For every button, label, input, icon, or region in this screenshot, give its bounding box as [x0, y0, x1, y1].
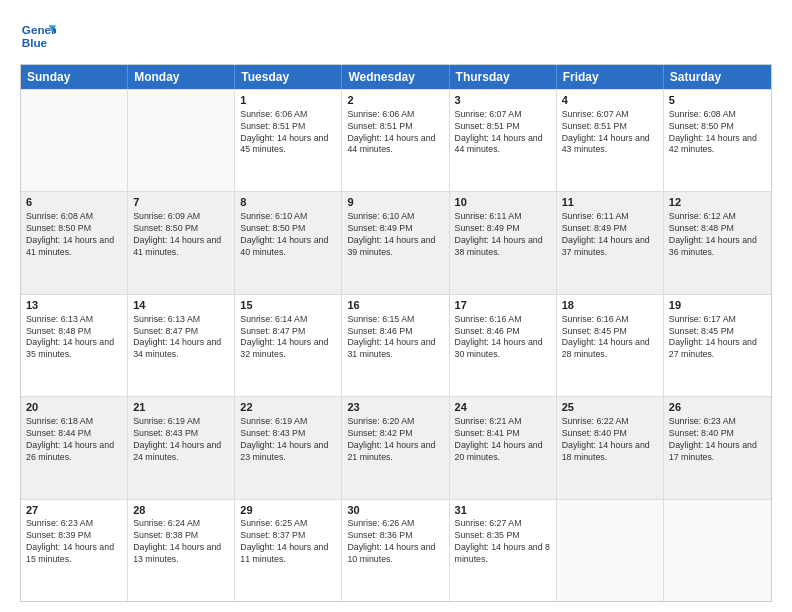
calendar-row-0: 1Sunrise: 6:06 AM Sunset: 8:51 PM Daylig… [21, 89, 771, 191]
day-number: 14 [133, 298, 229, 313]
day-number: 29 [240, 503, 336, 518]
day-number: 6 [26, 195, 122, 210]
cell-info: Sunrise: 6:27 AM Sunset: 8:35 PM Dayligh… [455, 518, 551, 566]
logo-icon: General Blue [20, 18, 56, 54]
cell-info: Sunrise: 6:06 AM Sunset: 8:51 PM Dayligh… [240, 109, 336, 157]
day-number: 8 [240, 195, 336, 210]
calendar-cell: 12Sunrise: 6:12 AM Sunset: 8:48 PM Dayli… [664, 192, 771, 293]
calendar-cell: 14Sunrise: 6:13 AM Sunset: 8:47 PM Dayli… [128, 295, 235, 396]
cell-info: Sunrise: 6:10 AM Sunset: 8:49 PM Dayligh… [347, 211, 443, 259]
calendar-cell: 29Sunrise: 6:25 AM Sunset: 8:37 PM Dayli… [235, 500, 342, 601]
calendar-row-4: 27Sunrise: 6:23 AM Sunset: 8:39 PM Dayli… [21, 499, 771, 601]
day-number: 15 [240, 298, 336, 313]
day-header-sunday: Sunday [21, 65, 128, 89]
header: General Blue [20, 18, 772, 54]
calendar-cell: 8Sunrise: 6:10 AM Sunset: 8:50 PM Daylig… [235, 192, 342, 293]
day-number: 30 [347, 503, 443, 518]
cell-info: Sunrise: 6:20 AM Sunset: 8:42 PM Dayligh… [347, 416, 443, 464]
day-number: 19 [669, 298, 766, 313]
calendar-cell: 9Sunrise: 6:10 AM Sunset: 8:49 PM Daylig… [342, 192, 449, 293]
day-number: 12 [669, 195, 766, 210]
cell-info: Sunrise: 6:19 AM Sunset: 8:43 PM Dayligh… [133, 416, 229, 464]
cell-info: Sunrise: 6:21 AM Sunset: 8:41 PM Dayligh… [455, 416, 551, 464]
cell-info: Sunrise: 6:22 AM Sunset: 8:40 PM Dayligh… [562, 416, 658, 464]
calendar-cell: 13Sunrise: 6:13 AM Sunset: 8:48 PM Dayli… [21, 295, 128, 396]
cell-info: Sunrise: 6:12 AM Sunset: 8:48 PM Dayligh… [669, 211, 766, 259]
cell-info: Sunrise: 6:24 AM Sunset: 8:38 PM Dayligh… [133, 518, 229, 566]
day-number: 18 [562, 298, 658, 313]
day-number: 28 [133, 503, 229, 518]
svg-text:General: General [22, 23, 56, 36]
calendar-cell: 15Sunrise: 6:14 AM Sunset: 8:47 PM Dayli… [235, 295, 342, 396]
day-header-friday: Friday [557, 65, 664, 89]
cell-info: Sunrise: 6:11 AM Sunset: 8:49 PM Dayligh… [562, 211, 658, 259]
calendar-cell: 4Sunrise: 6:07 AM Sunset: 8:51 PM Daylig… [557, 90, 664, 191]
cell-info: Sunrise: 6:25 AM Sunset: 8:37 PM Dayligh… [240, 518, 336, 566]
day-number: 1 [240, 93, 336, 108]
page: General Blue SundayMondayTuesdayWednesda… [0, 0, 792, 612]
calendar-cell: 31Sunrise: 6:27 AM Sunset: 8:35 PM Dayli… [450, 500, 557, 601]
cell-info: Sunrise: 6:08 AM Sunset: 8:50 PM Dayligh… [669, 109, 766, 157]
day-number: 4 [562, 93, 658, 108]
cell-info: Sunrise: 6:16 AM Sunset: 8:46 PM Dayligh… [455, 314, 551, 362]
cell-info: Sunrise: 6:08 AM Sunset: 8:50 PM Dayligh… [26, 211, 122, 259]
day-header-monday: Monday [128, 65, 235, 89]
calendar-cell [128, 90, 235, 191]
cell-info: Sunrise: 6:19 AM Sunset: 8:43 PM Dayligh… [240, 416, 336, 464]
cell-info: Sunrise: 6:13 AM Sunset: 8:48 PM Dayligh… [26, 314, 122, 362]
calendar-cell: 19Sunrise: 6:17 AM Sunset: 8:45 PM Dayli… [664, 295, 771, 396]
cell-info: Sunrise: 6:09 AM Sunset: 8:50 PM Dayligh… [133, 211, 229, 259]
day-number: 10 [455, 195, 551, 210]
day-number: 11 [562, 195, 658, 210]
calendar-cell: 25Sunrise: 6:22 AM Sunset: 8:40 PM Dayli… [557, 397, 664, 498]
calendar-cell: 27Sunrise: 6:23 AM Sunset: 8:39 PM Dayli… [21, 500, 128, 601]
day-header-wednesday: Wednesday [342, 65, 449, 89]
day-number: 20 [26, 400, 122, 415]
logo: General Blue [20, 18, 56, 54]
cell-info: Sunrise: 6:16 AM Sunset: 8:45 PM Dayligh… [562, 314, 658, 362]
calendar-cell: 20Sunrise: 6:18 AM Sunset: 8:44 PM Dayli… [21, 397, 128, 498]
day-number: 13 [26, 298, 122, 313]
calendar-cell [557, 500, 664, 601]
cell-info: Sunrise: 6:26 AM Sunset: 8:36 PM Dayligh… [347, 518, 443, 566]
day-number: 27 [26, 503, 122, 518]
calendar-cell: 5Sunrise: 6:08 AM Sunset: 8:50 PM Daylig… [664, 90, 771, 191]
day-number: 24 [455, 400, 551, 415]
calendar-cell: 24Sunrise: 6:21 AM Sunset: 8:41 PM Dayli… [450, 397, 557, 498]
calendar-header-row: SundayMondayTuesdayWednesdayThursdayFrid… [21, 65, 771, 89]
day-number: 23 [347, 400, 443, 415]
calendar-cell [664, 500, 771, 601]
calendar-body: 1Sunrise: 6:06 AM Sunset: 8:51 PM Daylig… [21, 89, 771, 601]
day-number: 25 [562, 400, 658, 415]
calendar-cell: 17Sunrise: 6:16 AM Sunset: 8:46 PM Dayli… [450, 295, 557, 396]
calendar-cell [21, 90, 128, 191]
day-number: 7 [133, 195, 229, 210]
calendar-cell: 10Sunrise: 6:11 AM Sunset: 8:49 PM Dayli… [450, 192, 557, 293]
calendar-cell: 22Sunrise: 6:19 AM Sunset: 8:43 PM Dayli… [235, 397, 342, 498]
cell-info: Sunrise: 6:18 AM Sunset: 8:44 PM Dayligh… [26, 416, 122, 464]
cell-info: Sunrise: 6:11 AM Sunset: 8:49 PM Dayligh… [455, 211, 551, 259]
calendar-row-3: 20Sunrise: 6:18 AM Sunset: 8:44 PM Dayli… [21, 396, 771, 498]
day-number: 17 [455, 298, 551, 313]
calendar: SundayMondayTuesdayWednesdayThursdayFrid… [20, 64, 772, 602]
day-number: 22 [240, 400, 336, 415]
day-number: 16 [347, 298, 443, 313]
calendar-cell: 23Sunrise: 6:20 AM Sunset: 8:42 PM Dayli… [342, 397, 449, 498]
calendar-row-1: 6Sunrise: 6:08 AM Sunset: 8:50 PM Daylig… [21, 191, 771, 293]
calendar-cell: 18Sunrise: 6:16 AM Sunset: 8:45 PM Dayli… [557, 295, 664, 396]
calendar-cell: 30Sunrise: 6:26 AM Sunset: 8:36 PM Dayli… [342, 500, 449, 601]
day-number: 9 [347, 195, 443, 210]
day-header-tuesday: Tuesday [235, 65, 342, 89]
day-number: 26 [669, 400, 766, 415]
calendar-cell: 16Sunrise: 6:15 AM Sunset: 8:46 PM Dayli… [342, 295, 449, 396]
calendar-cell: 28Sunrise: 6:24 AM Sunset: 8:38 PM Dayli… [128, 500, 235, 601]
cell-info: Sunrise: 6:13 AM Sunset: 8:47 PM Dayligh… [133, 314, 229, 362]
day-number: 5 [669, 93, 766, 108]
calendar-cell: 6Sunrise: 6:08 AM Sunset: 8:50 PM Daylig… [21, 192, 128, 293]
calendar-cell: 7Sunrise: 6:09 AM Sunset: 8:50 PM Daylig… [128, 192, 235, 293]
svg-text:Blue: Blue [22, 36, 48, 49]
calendar-cell: 3Sunrise: 6:07 AM Sunset: 8:51 PM Daylig… [450, 90, 557, 191]
day-number: 21 [133, 400, 229, 415]
day-header-saturday: Saturday [664, 65, 771, 89]
cell-info: Sunrise: 6:07 AM Sunset: 8:51 PM Dayligh… [562, 109, 658, 157]
